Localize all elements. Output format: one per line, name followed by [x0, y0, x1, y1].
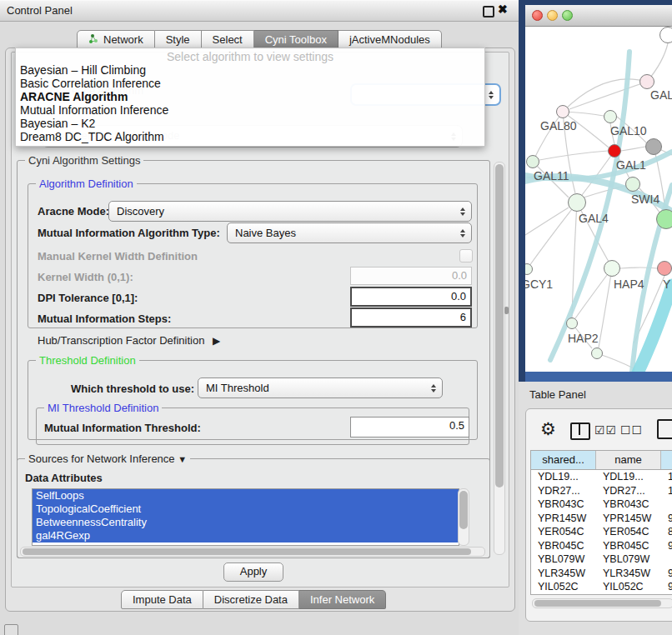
tab-jactivemnodules[interactable]: jActiveMNodules	[339, 30, 442, 49]
aracne-mode-label: Aracne Mode:	[38, 205, 109, 218]
table-row[interactable]: YDR27...YDR27...12	[531, 484, 672, 498]
network-node-gal4[interactable]	[568, 193, 586, 212]
minimized-panel-icon[interactable]	[4, 624, 18, 635]
tab-cyni-toolbox[interactable]: Cyni Toolbox	[254, 30, 339, 49]
network-view-window[interactable]: GALGAL80GAL10GAL1GAL11GAL4SWI4GCY1HAP4YH…	[525, 5, 672, 372]
table-row[interactable]: YER054CYER054C8.	[531, 525, 672, 539]
unchecked-pair-icon[interactable]: ☐☐	[620, 423, 643, 437]
table-hscrollbar[interactable]	[532, 598, 672, 608]
cyni-settings-title: Cyni Algorithm Settings	[25, 154, 143, 167]
float-window-icon[interactable]	[483, 6, 494, 18]
algorithm-option[interactable]: Bayesian – Hill Climbing	[16, 63, 484, 77]
network-node-gal80[interactable]	[556, 105, 569, 118]
network-edge[interactable]	[621, 147, 645, 151]
column-header[interactable]: shared...	[531, 451, 596, 469]
network-edge[interactable]	[539, 151, 608, 160]
dpi-tolerance-field[interactable]: 0.0	[350, 287, 472, 307]
network-node-y[interactable]	[657, 261, 672, 276]
algorithm-option[interactable]: Mutual Information Inference	[16, 103, 484, 117]
sources-toggle[interactable]: Sources for Network Inference ▼	[25, 452, 190, 465]
network-node-gal1[interactable]	[608, 144, 621, 158]
network-node-gal11[interactable]	[526, 155, 539, 168]
node-label: GAL10	[610, 124, 647, 138]
close-traffic-light-icon[interactable]	[532, 10, 543, 21]
table-row[interactable]: YBL079WYBL079W	[531, 552, 672, 567]
mi-type-label: Mutual Information Algorithm Type:	[38, 227, 220, 239]
network-node-hap2[interactable]	[566, 318, 578, 329]
algorithm-option[interactable]: Bayesian – K2	[16, 117, 484, 130]
column-header[interactable]	[661, 451, 672, 469]
attribute-item[interactable]: SelfLoops	[33, 489, 459, 502]
tab-style[interactable]: Style	[155, 30, 202, 49]
manual-kernel-checkbox[interactable]	[459, 249, 473, 262]
zoom-traffic-light-icon[interactable]	[562, 10, 573, 21]
network-canvas[interactable]: GALGAL80GAL10GAL1GAL11GAL4SWI4GCY1HAP4YH…	[525, 27, 672, 372]
gear-icon[interactable]: ⚙	[540, 419, 556, 439]
mi-type-value: Naive Bayes	[235, 227, 296, 239]
table-cell: YBR043C	[531, 498, 596, 512]
algorithm-option[interactable]: ARACNE Algorithm	[16, 90, 484, 103]
tab-select[interactable]: Select	[202, 30, 254, 49]
minimize-traffic-light-icon[interactable]	[547, 10, 558, 21]
network-node-hap4[interactable]	[604, 260, 620, 277]
attribute-item[interactable]: gal4RGexp	[33, 529, 459, 542]
network-window-titlebar[interactable]	[525, 5, 672, 27]
table-cell: 12	[661, 484, 672, 498]
aracne-mode-combobox[interactable]: Discovery	[108, 201, 472, 222]
mi-type-combobox[interactable]: Naive Bayes	[227, 222, 472, 243]
settings-scrollbar[interactable]	[494, 162, 505, 555]
hub-definition-toggle[interactable]: Hub/Transcription Factor Definition ▶	[38, 334, 220, 347]
network-edge[interactable]	[527, 209, 572, 269]
table-row[interactable]: YBR045CYBR045C9.	[531, 539, 672, 553]
network-node[interactable]	[591, 348, 603, 359]
algorithm-option[interactable]: Dream8 DC_TDC Algorithm	[16, 130, 484, 143]
mi-steps-field[interactable]: 6	[350, 308, 472, 328]
tab-label: Network	[103, 33, 143, 46]
columns-icon[interactable]	[570, 422, 590, 440]
network-node-gal10[interactable]	[604, 110, 617, 123]
control-panel-titlebar: Control Panel ✖	[0, 0, 519, 22]
network-node[interactable]	[659, 27, 672, 43]
split-divider-handle[interactable]	[504, 307, 509, 314]
settings-hscrollbar[interactable]	[20, 547, 485, 557]
network-edge-thick[interactable]	[550, 52, 629, 360]
node-label: SWI4	[631, 192, 659, 206]
table-row[interactable]: YIL052CYIL052C9.	[531, 580, 672, 594]
table-cell: YBL079W	[596, 552, 661, 567]
tab-network[interactable]: Network	[77, 30, 155, 49]
table-row[interactable]: YDL19...YDL19...13	[531, 470, 672, 484]
table-body: YDL19...YDL19...13YDR27...YDR27...12YBR0…	[531, 470, 672, 594]
table-cell: YER054C	[531, 525, 596, 539]
which-threshold-value: MI Threshold	[206, 382, 269, 394]
network-edge[interactable]	[599, 268, 612, 348]
network-node-swi4[interactable]	[625, 177, 640, 192]
checked-pair-icon[interactable]: ☑☑	[594, 423, 617, 437]
attributes-list-scrollbar[interactable]	[458, 488, 469, 546]
which-threshold-combobox[interactable]: MI Threshold	[198, 378, 443, 398]
tab-infer-network[interactable]: Infer Network	[299, 590, 386, 609]
tab-discretize-data[interactable]: Discretize Data	[203, 590, 299, 609]
algorithm-option[interactable]: Basic Correlation Inference	[16, 77, 484, 90]
network-node[interactable]	[645, 138, 662, 155]
table-cell: YIL052C	[531, 580, 596, 594]
table-row[interactable]: YLR345WYLR345W9.	[531, 567, 672, 581]
tab-label: Select	[213, 33, 243, 46]
close-icon[interactable]: ✖	[498, 2, 508, 16]
tab-impute-data[interactable]: Impute Data	[121, 590, 203, 609]
attribute-item[interactable]: BetweennessCentrality	[33, 516, 459, 529]
attribute-item[interactable]: TopologicalCoefficient	[33, 502, 459, 516]
dpi-tolerance-label: DPI Tolerance [0,1]:	[38, 292, 138, 304]
control-panel-title: Control Panel	[7, 4, 73, 17]
network-node[interactable]	[656, 209, 672, 229]
table-row[interactable]: YBR043CYBR043C	[531, 498, 672, 512]
mi-threshold-title: MI Threshold Definition	[44, 402, 162, 414]
document-icon[interactable]	[657, 419, 672, 439]
mi-threshold-field[interactable]: 0.5	[350, 417, 469, 438]
network-edge[interactable]	[597, 353, 634, 368]
apply-button[interactable]: Apply	[223, 562, 283, 582]
table-row[interactable]: YPR145WYPR145W9.	[531, 512, 672, 526]
kernel-width-field[interactable]: 0.0	[350, 267, 472, 285]
column-header[interactable]: name	[596, 451, 661, 469]
tab-label: Style	[166, 33, 190, 46]
network-node-gal[interactable]	[639, 74, 654, 89]
